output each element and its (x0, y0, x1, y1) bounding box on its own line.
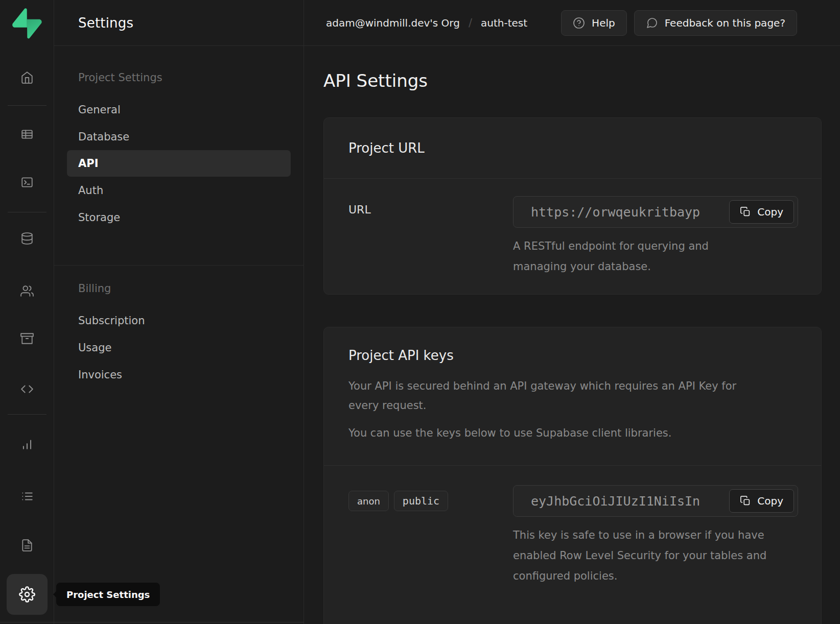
project-settings-tooltip-label: Project Settings (66, 589, 150, 600)
gear-icon (19, 586, 35, 603)
copy-anon-key-label: Copy (757, 495, 783, 507)
anon-key-value: eyJhbGciOiJIUzI1NiIsIn (531, 494, 700, 509)
project-url-card-body: URL https://orwqeukritbayp Copy (324, 179, 821, 294)
list-icon (20, 490, 34, 503)
bar-chart-icon (20, 438, 34, 451)
file-text-icon (20, 539, 34, 552)
menu-item-api[interactable]: API (67, 150, 291, 177)
home-icon (20, 71, 34, 84)
anon-key-col: eyJhbGciOiJIUzI1NiIsIn Copy This key is … (513, 485, 798, 586)
supabase-logo[interactable] (12, 8, 42, 39)
url-field-row: URL https://orwqeukritbayp Copy (348, 196, 798, 277)
copy-icon (740, 206, 751, 218)
api-keys-description-2: You can use the keys below to use Supaba… (348, 423, 755, 443)
storage-archive-icon (20, 332, 34, 345)
sidebar-item-reports[interactable] (20, 438, 34, 451)
rail-divider (8, 414, 46, 415)
sidebar-item-api-docs[interactable] (20, 539, 34, 552)
copy-anon-key-button[interactable]: Copy (729, 489, 794, 513)
breadcrumb-org[interactable]: adam@windmill.dev's Org (326, 17, 460, 29)
message-bubble-icon (646, 17, 658, 29)
feedback-button[interactable]: Feedback on this page? (634, 10, 797, 36)
page-title: API Settings (323, 70, 822, 91)
settings-menu-header: Settings (54, 0, 304, 46)
feedback-button-label: Feedback on this page? (665, 17, 785, 29)
supabase-bolt-icon (12, 8, 42, 39)
table-editor-icon (20, 128, 34, 141)
menu-item-general[interactable]: General (54, 96, 304, 123)
project-url-description: A RESTful endpoint for querying and mana… (513, 236, 733, 277)
public-badge: public (394, 491, 448, 511)
menu-item-usage[interactable]: Usage (54, 334, 304, 361)
api-keys-card-header: Project API keys Your API is secured beh… (324, 327, 821, 466)
settings-menu-body: Project Settings General Database API Au… (54, 46, 304, 388)
copy-url-label: Copy (757, 206, 783, 218)
anon-key-input[interactable]: eyJhbGciOiJIUzI1NiIsIn Copy (513, 485, 798, 517)
topbar: adam@windmill.dev's Org / auth-test Help… (304, 0, 840, 46)
sidebar-item-auth[interactable] (20, 284, 34, 298)
url-field-col: https://orwqeukritbayp Copy A RESTful en… (513, 196, 798, 277)
anon-key-badges: anon public (348, 485, 513, 511)
anon-key-row: anon public eyJhbGciOiJIUzI1NiIsIn (348, 485, 798, 586)
project-settings-tooltip: Project Settings (56, 583, 160, 606)
sidebar-item-storage[interactable] (20, 332, 34, 345)
copy-url-button[interactable]: Copy (729, 200, 794, 224)
api-keys-title: Project API keys (348, 348, 797, 363)
project-url-value: https://orwqeukritbayp (531, 205, 700, 220)
copy-icon (740, 495, 751, 507)
sidebar-item-sql-editor[interactable] (20, 176, 34, 189)
rail-divider (8, 212, 46, 212)
code-brackets-icon (20, 382, 34, 396)
section-label-billing: Billing (54, 282, 304, 295)
settings-menu: Settings Project Settings General Databa… (54, 0, 304, 624)
menu-item-invoices[interactable]: Invoices (54, 361, 304, 388)
rail-divider (8, 105, 46, 106)
anon-key-description: This key is safe to use in a browser if … (513, 525, 771, 586)
main-area: adam@windmill.dev's Org / auth-test Help… (304, 0, 840, 624)
sidebar-item-table-editor[interactable] (20, 128, 34, 141)
menu-item-auth[interactable]: Auth (54, 177, 304, 204)
section-label-project-settings: Project Settings (54, 71, 304, 84)
api-keys-card-body: anon public eyJhbGciOiJIUzI1NiIsIn (324, 466, 821, 624)
project-url-title: Project URL (348, 140, 797, 156)
database-icon (20, 232, 34, 245)
help-button-label: Help (592, 17, 615, 29)
sidebar-item-database[interactable] (20, 232, 34, 245)
menu-divider (54, 265, 304, 266)
project-url-input[interactable]: https://orwqeukritbayp Copy (513, 196, 798, 228)
topbar-actions: Help Feedback on this page? (561, 10, 797, 36)
menu-item-storage[interactable]: Storage (54, 204, 304, 231)
sql-terminal-icon (20, 176, 34, 189)
settings-title: Settings (78, 15, 133, 31)
app-root: Settings Project Settings General Databa… (0, 0, 840, 624)
help-button[interactable]: Help (561, 10, 627, 36)
breadcrumb-project[interactable]: auth-test (481, 17, 527, 29)
page-content: API Settings Project URL URL https://orw… (304, 46, 840, 624)
project-url-card: Project URL URL https://orwqeukritbayp (323, 117, 822, 295)
api-keys-card: Project API keys Your API is secured beh… (323, 327, 822, 624)
breadcrumb: adam@windmill.dev's Org / auth-test (326, 17, 527, 29)
sidebar-item-home[interactable] (20, 71, 34, 84)
users-icon (20, 284, 34, 298)
sidebar-item-edge-functions[interactable] (20, 382, 34, 396)
api-keys-description-1: Your API is secured behind an API gatewa… (348, 376, 755, 415)
menu-item-database[interactable]: Database (54, 123, 304, 150)
url-field-label: URL (348, 196, 513, 216)
sidebar-item-project-settings[interactable] (7, 574, 48, 615)
sidebar-bottom-border (0, 622, 304, 622)
icon-rail (0, 0, 54, 624)
help-circle-icon (573, 17, 585, 29)
breadcrumb-separator: / (469, 17, 472, 29)
menu-item-subscription[interactable]: Subscription (54, 307, 304, 334)
sidebar-item-logs[interactable] (20, 490, 34, 503)
project-url-card-header: Project URL (324, 118, 821, 179)
anon-badge: anon (348, 491, 389, 511)
